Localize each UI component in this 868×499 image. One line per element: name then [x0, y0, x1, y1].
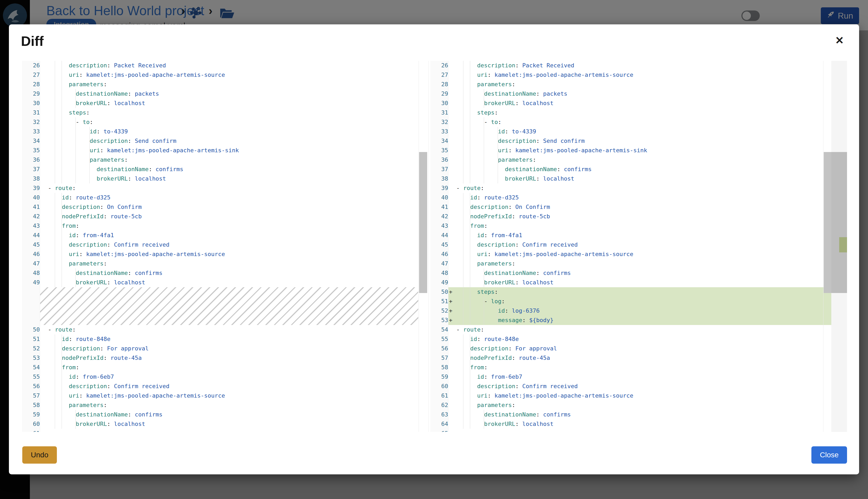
line-number: 65: [430, 429, 449, 432]
line-number: 29: [430, 89, 449, 99]
code-line: 38 brokerURL: localhost: [22, 174, 427, 183]
diff-marker: [40, 363, 48, 372]
close-icon: ✕: [835, 35, 844, 46]
diff-marker: [40, 250, 48, 259]
diff-marker: [449, 70, 456, 80]
diff-marker: [40, 70, 48, 80]
code-text: description: For approval: [456, 344, 831, 353]
diff-marker: [40, 174, 48, 183]
diff-marker: [449, 183, 456, 193]
close-button[interactable]: Close: [811, 446, 847, 464]
line-number: 32: [430, 118, 449, 127]
diff-marker: [40, 381, 48, 391]
diff-marker: [40, 259, 48, 268]
code-text: destinationName: confirms: [456, 165, 831, 174]
diff-marker: [449, 61, 456, 70]
diff-editor: 26 description: Packet Received27 uri: k…: [22, 61, 847, 432]
code-text: id: to-4339: [48, 127, 427, 136]
diff-marker: [449, 118, 456, 127]
code-text: destinationName: confirms: [48, 165, 427, 174]
diff-marker: [449, 174, 456, 183]
code-line: 43 from:: [22, 221, 427, 231]
line-number: 43: [430, 221, 449, 231]
line-number: 34: [22, 136, 40, 146]
code-text: parameters:: [48, 259, 427, 268]
undo-button[interactable]: Undo: [22, 446, 57, 464]
diff-marker: [40, 400, 48, 410]
code-text: id: from-6eb7: [48, 372, 427, 381]
line-number: 48: [22, 268, 40, 278]
diff-marker: [40, 391, 48, 400]
line-number: 63: [430, 410, 449, 419]
line-number: 59: [22, 410, 40, 419]
code-line: 54- route:: [430, 325, 831, 334]
diff-marker: [40, 212, 48, 221]
diff-marker: [40, 108, 48, 118]
code-text: parameters:: [456, 80, 831, 89]
diff-marker: [40, 429, 48, 432]
code-text: destinationName: confirms: [456, 268, 831, 278]
line-number: 60: [22, 419, 40, 429]
code-line: 40 id: route-d325: [22, 193, 427, 202]
diff-marker: [449, 250, 456, 259]
code-line: 34 description: Send confirm: [22, 136, 427, 146]
code-line: 34 description: Send confirm: [430, 136, 831, 146]
code-text: [48, 429, 427, 432]
line-number: 28: [22, 80, 40, 89]
line-number: 51: [430, 297, 449, 306]
code-line: 46 uri: kamelet:jms-pooled-apache-artemi…: [22, 250, 427, 259]
code-text: brokerURL: localhost: [48, 419, 427, 429]
code-text: parameters:: [48, 155, 427, 165]
line-number: 54: [430, 325, 449, 334]
code-text: brokerURL: localhost: [48, 99, 427, 108]
code-line: 29 destinationName: packets: [22, 89, 427, 99]
diff-marker: [40, 118, 48, 127]
diff-marker: [40, 372, 48, 381]
line-number: 35: [22, 146, 40, 155]
diff-marker: [40, 183, 48, 193]
right-scrollbar-thumb[interactable]: [824, 152, 831, 293]
code-text: description: Confirm received: [48, 240, 427, 250]
line-number: 28: [430, 80, 449, 89]
code-text: description: Send confirm: [456, 136, 831, 146]
diff-marker: [40, 344, 48, 353]
diff-marker: +: [449, 287, 456, 297]
code-text: description: Confirm received: [456, 381, 831, 391]
diff-marker: [40, 334, 48, 344]
code-text: id: route-848e: [48, 334, 427, 344]
code-text: nodePrefixId: route-5cb: [456, 212, 831, 221]
diff-marker: [449, 146, 456, 155]
diff-marker: [40, 136, 48, 146]
line-number: 53: [22, 353, 40, 363]
left-scrollbar[interactable]: [418, 61, 427, 432]
code-line: 52+ id: log-6376: [430, 306, 831, 316]
code-text: id: to-4339: [456, 127, 831, 136]
code-line: 31 steps:: [22, 108, 427, 118]
diff-gap: [22, 287, 427, 325]
code-text: uri: kamelet:jms-pooled-apache-artemis-s…: [456, 250, 831, 259]
diff-marker: [449, 127, 456, 136]
code-text: uri: kamelet:jms-pooled-apache-artemis-s…: [48, 250, 427, 259]
diff-marker: [449, 165, 456, 174]
code-text: description: Confirm received: [48, 381, 427, 391]
code-text: destinationName: confirms: [48, 410, 427, 419]
code-line: 27 uri: kamelet:jms-pooled-apache-artemi…: [22, 70, 427, 80]
line-number: 46: [22, 250, 40, 259]
code-text: - log:: [456, 297, 831, 306]
code-text: - route:: [48, 325, 427, 334]
modal-close-button[interactable]: ✕: [833, 35, 845, 46]
code-line: 43 from:: [430, 221, 831, 231]
right-scrollbar[interactable]: [823, 61, 831, 432]
diff-marker: [449, 89, 456, 99]
code-text: uri: kamelet:jms-pooled-apache-artemis-s…: [456, 391, 831, 400]
line-number: 64: [430, 419, 449, 429]
code-text: - to:: [456, 118, 831, 127]
code-line: 37 destinationName: confirms: [22, 165, 427, 174]
code-text: parameters:: [456, 155, 831, 165]
left-scrollbar-thumb[interactable]: [419, 152, 427, 293]
line-number: 51: [22, 334, 40, 344]
code-line: 30 brokerURL: localhost: [430, 99, 831, 108]
code-text: [456, 429, 831, 432]
code-line: 55 id: route-848e: [430, 334, 831, 344]
overview-ruler: [831, 61, 847, 432]
